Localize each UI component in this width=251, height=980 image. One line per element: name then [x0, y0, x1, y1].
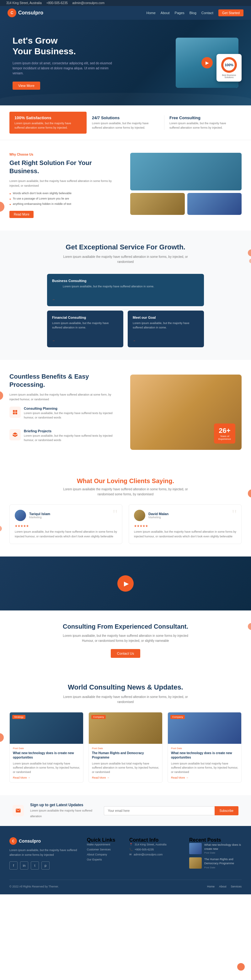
- bullet-2: ● anything embarrassing hidden in middle…: [10, 202, 121, 206]
- benefits-description: Lorem ipsum availiable, but the majority…: [10, 393, 121, 401]
- benefit-desc-1: Lorem ipsum availiable, but the majority…: [24, 434, 121, 442]
- testimonial-cards-grid: " Tariqul Islam Marketing ★★★★★ Lorem ip…: [10, 504, 241, 544]
- news-image-2: Company: [168, 713, 241, 744]
- footer-recent-col: Recent Posts What new technology does is…: [189, 837, 241, 872]
- quote-mark-0: ": [113, 508, 118, 520]
- nav-links: Home About Pages Blog Contact Get Starte…: [146, 10, 243, 16]
- cta-description: Lorem ipsum availiable, but the majority…: [63, 633, 188, 643]
- news-date-1: Post Date: [92, 747, 159, 750]
- social-twitter[interactable]: t: [31, 861, 39, 870]
- hero-description: Lorem ipsum dolor sit amet, consectetur …: [13, 61, 119, 76]
- footer-nav-about[interactable]: About: [219, 885, 227, 888]
- bullet-dot-2: ●: [10, 203, 11, 206]
- footer-recent-date-1: Post Date: [204, 866, 241, 869]
- service-card-1: Financial Consulting Lorem ipsum availia…: [47, 310, 123, 347]
- stat-item-0: 100% Satisfactions Lorem ipsum availiabl…: [10, 112, 87, 134]
- footer-logo: C Consulpro: [10, 837, 79, 845]
- benefit-item-1: Briefing Projects Lorem ipsum availiable…: [10, 429, 121, 447]
- cta-button[interactable]: Contact Us: [111, 649, 140, 658]
- footer-nav-home[interactable]: Home: [207, 885, 214, 888]
- news-more-0[interactable]: Read More →: [13, 776, 80, 779]
- service-card-link-1[interactable]: →: [52, 339, 118, 342]
- service-card-title-2: Meet our Goal: [133, 316, 199, 319]
- decor-circle-testimonials-r: [248, 489, 251, 498]
- news-body-1: Post Date The Human Rights and Democracy…: [89, 744, 162, 783]
- services-description: Lorem ipsum availiable the majority have…: [63, 255, 188, 264]
- video-play-button[interactable]: ▶: [118, 575, 133, 592]
- social-linkedin[interactable]: in: [20, 861, 28, 870]
- testimonial-card-0: " Tariqul Islam Marketing ★★★★★ Lorem ip…: [10, 504, 122, 544]
- logo[interactable]: C Consulpro: [8, 8, 43, 17]
- hero-play-button[interactable]: ▶: [202, 57, 213, 68]
- hero-cta-button[interactable]: View More: [13, 81, 40, 90]
- solution-section: Why Choose Us Get Right Solution For You…: [0, 140, 251, 231]
- news-more-1[interactable]: Read More →: [92, 776, 159, 779]
- nav-home[interactable]: Home: [146, 11, 155, 15]
- footer-nav-services[interactable]: Services: [230, 885, 241, 888]
- service-card-2: Meet our Goal Lorem ipsum availiable, bu…: [128, 310, 204, 347]
- nav-about[interactable]: About: [160, 11, 170, 15]
- topbar: 314 King Street, Australia +800-505-6235…: [0, 0, 251, 6]
- bullet-1: ● To use a passage of Lorem ipsum you li…: [10, 197, 121, 200]
- testimonial-card-1: " David Malan Marketing ★★★★★ Lorem ipsu…: [129, 504, 241, 544]
- exp-label-line1: Years of: [218, 435, 231, 438]
- solution-images-row: [130, 193, 241, 215]
- benefit-icon-1: [10, 429, 21, 441]
- social-facebook[interactable]: f: [10, 861, 17, 870]
- footer-recent-post-0: What new technology does is create new P…: [189, 843, 241, 854]
- service-card-link-2[interactable]: →: [133, 339, 199, 342]
- service-card-0: Business Consulting Lorem ipsum availiab…: [47, 274, 204, 307]
- testimonial-text-0: Lorem ipsum availiable, but the majority…: [15, 530, 117, 539]
- news-more-2[interactable]: Read More →: [171, 776, 238, 779]
- footer-recent-title-0: What new technology does is create new: [204, 843, 241, 851]
- footer-contact-phone: 📞 +800-505-6235: [129, 848, 182, 851]
- svg-rect-3: [15, 412, 17, 414]
- hero-right: ▶ 100% Best Business Solutions: [119, 38, 238, 88]
- bullet-0: ● Words which don't look even slightly b…: [10, 192, 121, 195]
- service-cards-grid: Business Consulting Lorem ipsum availiab…: [47, 274, 204, 348]
- footer-link-3[interactable]: Our Experts: [87, 858, 122, 861]
- social-links: f in t p: [10, 861, 79, 870]
- newsletter-email-input[interactable]: [104, 806, 214, 815]
- decor-circle-benefits-left: [0, 391, 3, 400]
- solution-read-more-button[interactable]: Read More: [10, 211, 33, 218]
- stars-1: ★★★★★: [134, 524, 236, 528]
- svg-rect-0: [13, 410, 15, 412]
- benefit-content-1: Briefing Projects Lorem ipsum availiable…: [24, 429, 121, 447]
- footer-contact-address: 📍 314 King Street, Australia: [129, 843, 182, 846]
- nav-contact[interactable]: Contact: [202, 11, 213, 15]
- achievement-card: 100% Best Business Solutions: [216, 54, 241, 81]
- cta-heading: Consulting From Experienced Consultant.: [19, 623, 232, 630]
- topbar-address: 314 King Street, Australia: [6, 1, 42, 5]
- newsletter-input-group: Subscribe: [104, 806, 238, 815]
- news-card-1: Company Post Date The Human Rights and D…: [89, 712, 162, 783]
- reviewer-0: Tariqul Islam Marketing: [15, 510, 117, 521]
- testimonials-heading: What Our Loving Clients Saying.: [10, 477, 241, 485]
- nav-pages[interactable]: Pages: [175, 11, 184, 15]
- nav-blog[interactable]: Blog: [189, 11, 196, 15]
- service-card-link-0[interactable]: →: [52, 298, 199, 301]
- footer-recent-post-1: The Human Rights and Democracy Programme…: [189, 858, 241, 869]
- services-section: Get Exceptional Service For Growth. Lore…: [0, 231, 251, 360]
- social-pinterest[interactable]: p: [41, 861, 49, 870]
- news-image-1: Company: [89, 713, 162, 744]
- stat-desc-0: Lorem ipsum availiable, but the majority…: [14, 121, 81, 130]
- footer-link-0[interactable]: Make Appointment: [87, 843, 122, 846]
- reviewer-role-1: Marketing: [148, 516, 168, 519]
- benefits-right: 26+ Years of Experience: [130, 375, 241, 450]
- footer-nav: Home About Services: [207, 885, 241, 888]
- footer-about-col: C Consulpro Lorem ipsum availiable, but …: [10, 837, 79, 872]
- footer-recent-content-1: The Human Rights and Democracy Programme…: [204, 858, 241, 869]
- footer-link-1[interactable]: Customer Services: [87, 848, 122, 851]
- cta-section: Consulting From Experienced Consultant. …: [0, 611, 251, 670]
- benefit-item-0: Consulting Planning Lorem ipsum availiab…: [10, 407, 121, 425]
- footer-contact-col: Contact Info 📍 314 King Street, Australi…: [129, 837, 182, 872]
- newsletter-subscribe-button[interactable]: Subscribe: [214, 806, 238, 815]
- footer-quick-links-col: Quick Links Make Appointment Customer Se…: [87, 837, 122, 872]
- nav-cta-button[interactable]: Get Started: [218, 10, 243, 16]
- footer-link-2[interactable]: About Company: [87, 853, 122, 856]
- footer-description: Lorem ipsum availiable, but the majority…: [10, 848, 79, 857]
- footer-quick-links-heading: Quick Links: [87, 837, 122, 843]
- decor-circle-testimonials-l: [0, 526, 2, 531]
- stars-0: ★★★★★: [15, 524, 117, 528]
